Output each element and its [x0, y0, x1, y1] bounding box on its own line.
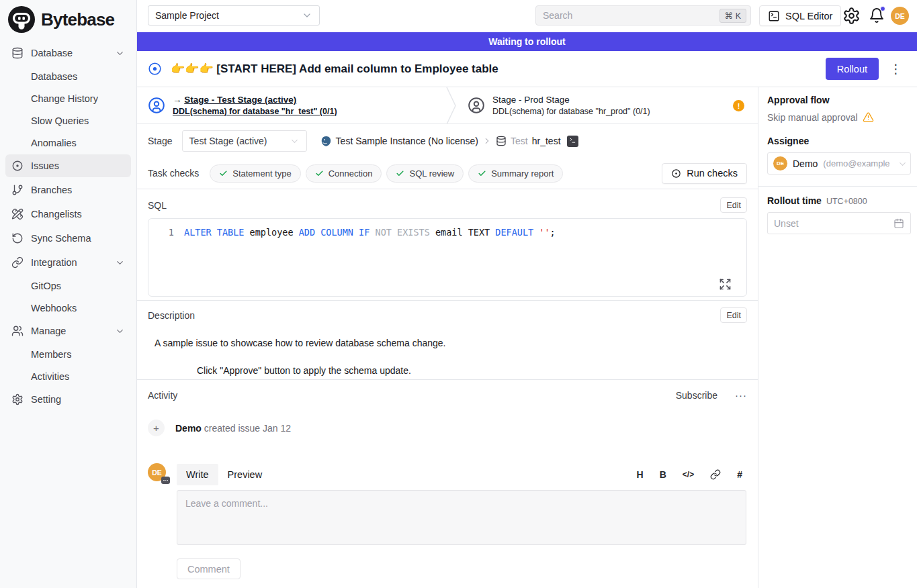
- check-statement-type[interactable]: Statement type: [210, 164, 300, 183]
- database-name[interactable]: hr_test: [532, 136, 561, 146]
- sidebar-item-anomalies[interactable]: Anomalies: [5, 132, 131, 154]
- subscribe-button[interactable]: Subscribe: [676, 390, 717, 401]
- database-icon: [11, 47, 24, 59]
- search-input[interactable]: [543, 10, 719, 21]
- sidebar-item-setting[interactable]: Setting: [5, 388, 131, 411]
- right-panel: Approval flow Skip manual approval Assig…: [758, 87, 917, 588]
- database-cylinder-icon: [496, 136, 507, 146]
- expand-icon[interactable]: [719, 278, 732, 291]
- comment-editor: Write Preview H B </> # Comment: [177, 463, 746, 579]
- sidebar-item-branches[interactable]: Branches: [5, 179, 131, 201]
- sidebar-item-webhooks[interactable]: Webhooks: [5, 297, 131, 319]
- stage-selector-row: Stage Test Stage (active) Test Sample In…: [137, 124, 758, 158]
- heading-tool-icon[interactable]: H: [637, 469, 644, 480]
- description-text: A sample issue to showcase how to review…: [148, 338, 747, 348]
- settings-gear-icon[interactable]: [842, 7, 861, 25]
- chevron-down-icon: [302, 10, 312, 21]
- sidebar-item-issues[interactable]: Issues: [5, 154, 131, 177]
- sidebar-item-gitops[interactable]: GitOps: [5, 275, 131, 297]
- user-circle-icon: [148, 97, 165, 114]
- check-connection[interactable]: Connection: [306, 164, 382, 183]
- sidebar-item-changelists[interactable]: Changelists: [5, 203, 131, 226]
- topbar: Sample Project ⌘ K SQL Editor DE: [137, 0, 917, 32]
- search-shortcut-badge: ⌘ K: [719, 9, 746, 23]
- stage-cards-row: → Stage - Test Stage (active) DDL(schema…: [137, 87, 758, 124]
- description-edit-button[interactable]: Edit: [720, 307, 747, 323]
- sidebar-item-change-history[interactable]: Change History: [5, 88, 131, 109]
- hash-tool-icon[interactable]: #: [737, 469, 742, 480]
- main-column: → Stage - Test Stage (active) DDL(schema…: [137, 87, 758, 588]
- stage-task-link[interactable]: DDL(schema) for database "hr_test" (0/1): [173, 107, 337, 116]
- stage-title: Stage - Prod Stage: [492, 95, 650, 105]
- rollout-button[interactable]: Rollout: [826, 58, 879, 80]
- sync-icon: [11, 232, 24, 244]
- sidebar: Bytebase Database Databases Change Histo…: [0, 0, 137, 588]
- tab-write[interactable]: Write: [177, 464, 218, 485]
- comment-button[interactable]: Comment: [177, 558, 241, 579]
- user-circle-icon: [468, 97, 485, 114]
- sql-label: SQL: [148, 200, 167, 211]
- bold-tool-icon[interactable]: B: [660, 469, 666, 480]
- sql-edit-button[interactable]: Edit: [720, 197, 747, 213]
- sidebar-item-activities[interactable]: Activities: [5, 366, 131, 387]
- tab-preview[interactable]: Preview: [218, 464, 272, 485]
- sidebar-item-slow-queries[interactable]: Slow Queries: [5, 110, 131, 132]
- speech-bubble-icon: [161, 477, 170, 484]
- environment-label: Test: [511, 136, 528, 146]
- activity-label: Activity: [148, 390, 177, 401]
- sql-editor-button[interactable]: SQL Editor: [759, 5, 841, 26]
- comment-block: DE Write Preview H B </> #: [148, 463, 747, 579]
- calendar-icon: [893, 218, 904, 229]
- code-tool-icon[interactable]: </>: [683, 470, 694, 479]
- chevron-right-icon: [482, 136, 492, 146]
- kebab-menu-icon[interactable]: ⋮: [889, 62, 902, 75]
- sidebar-item-sync-schema[interactable]: Sync Schema: [5, 227, 131, 250]
- chevron-down-icon: [898, 159, 908, 169]
- rollout-time-input[interactable]: Unset: [767, 212, 911, 234]
- chevron-down-icon: [115, 48, 125, 58]
- link-tool-icon[interactable]: [710, 469, 721, 480]
- sidebar-item-database[interactable]: Database: [5, 42, 131, 64]
- global-search[interactable]: ⌘ K: [535, 5, 751, 26]
- instance-name[interactable]: Test Sample Instance (No license): [336, 136, 478, 146]
- notification-dot: [880, 6, 885, 11]
- terminal-icon: [768, 10, 780, 22]
- pencil-ruler-icon: [11, 208, 24, 220]
- assignee-avatar: DE: [773, 156, 787, 170]
- run-checks-button[interactable]: Run checks: [662, 163, 747, 184]
- issue-status-icon: [148, 62, 162, 76]
- panel-divider: [758, 186, 917, 187]
- sql-editor[interactable]: 1 ALTER TABLE employee ADD COLUMN IF NOT…: [148, 218, 747, 297]
- stage-select[interactable]: Test Stage (active): [182, 130, 307, 152]
- activity-entry: + Demo created issue Jan 12: [148, 420, 747, 436]
- assignee-email: (demo@example: [823, 158, 889, 168]
- activity-action: created issue Jan 12: [204, 423, 291, 434]
- activity-menu-icon[interactable]: ···: [735, 389, 747, 401]
- stage-card-test[interactable]: → Stage - Test Stage (active) DDL(schema…: [137, 87, 446, 124]
- sidebar-item-integration[interactable]: Integration: [5, 251, 131, 274]
- warning-triangle-icon: [863, 111, 874, 123]
- user-avatar[interactable]: DE: [891, 7, 909, 25]
- project-select[interactable]: Sample Project: [148, 5, 320, 26]
- sidebar-item-members[interactable]: Members: [5, 344, 131, 365]
- stage-title: Stage - Test Stage (active): [184, 95, 296, 105]
- sidebar-nav: Database Databases Change History Slow Q…: [0, 39, 136, 415]
- line-number: 1: [148, 226, 174, 239]
- stage-card-prod[interactable]: Stage - Prod Stage DDL(schema) for datab…: [457, 87, 661, 124]
- notification-bell-icon[interactable]: [869, 7, 885, 23]
- sidebar-item-databases[interactable]: Databases: [5, 66, 131, 87]
- open-sql-editor-icon[interactable]: [567, 136, 578, 147]
- active-stage-arrow: →: [173, 95, 182, 105]
- bytebase-logo[interactable]: Bytebase: [0, 0, 136, 39]
- assignee-select[interactable]: DE Demo (demo@example: [767, 152, 911, 175]
- task-checks-label: Task checks: [148, 168, 199, 179]
- approval-flow-value: Skip manual approval: [767, 112, 858, 123]
- brand-name: Bytebase: [41, 9, 114, 30]
- check-sql-review[interactable]: SQL review: [386, 164, 464, 183]
- comment-input[interactable]: [177, 490, 746, 545]
- sidebar-item-manage[interactable]: Manage: [5, 320, 131, 342]
- run-icon: [671, 168, 681, 179]
- postgresql-icon: [320, 136, 332, 147]
- check-icon: [315, 169, 324, 178]
- check-summary-report[interactable]: Summary report: [468, 164, 563, 183]
